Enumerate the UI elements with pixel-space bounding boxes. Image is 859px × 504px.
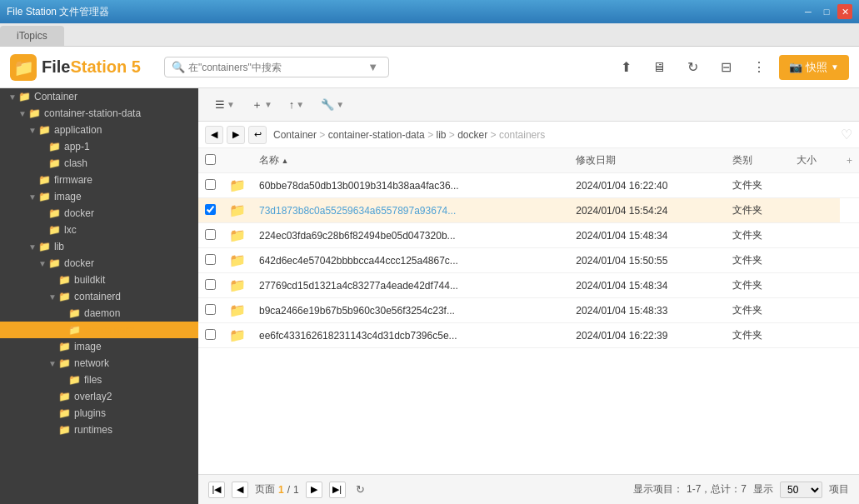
move-button[interactable]: ↑ ▼ xyxy=(282,95,311,114)
row-checkbox[interactable] xyxy=(205,304,216,315)
tab-itopic[interactable]: iTopics xyxy=(0,26,64,46)
next-page-button[interactable]: ▶ xyxy=(306,482,322,498)
close-button[interactable]: ✕ xyxy=(837,4,852,19)
tree-arrow: ▼ xyxy=(37,259,48,268)
favorite-button[interactable]: ♡ xyxy=(841,127,852,142)
tree-arrow: ▼ xyxy=(27,126,38,135)
folder-icon: 📁 xyxy=(58,391,71,402)
sidebar-item-app-1[interactable]: 📁app-1 xyxy=(0,138,198,155)
file-date: 2024/01/04 15:48:34 xyxy=(569,273,726,298)
col-type[interactable]: 类别 xyxy=(726,148,790,173)
breadcrumb-bar: ◀ ▶ ↩ Container > container-station-data… xyxy=(198,122,859,148)
table-row[interactable]: 📁ee6fc433162618231143c4d31dcb7396c5e...2… xyxy=(198,323,859,348)
sidebar-item-lxc[interactable]: 📁lxc xyxy=(0,222,198,238)
filter-button[interactable]: ⊟ xyxy=(712,54,739,81)
row-checkbox[interactable] xyxy=(205,329,216,340)
select-all-checkbox[interactable] xyxy=(205,154,216,165)
breadcrumb-item[interactable]: container-station-data xyxy=(328,129,425,141)
file-type: 文件夹 xyxy=(726,223,790,248)
sidebar-item-container-station-data[interactable]: ▼📁container-station-data xyxy=(0,105,198,122)
table-row[interactable]: 📁27769cd15d1321a4c83277a4eade42df744...2… xyxy=(198,273,859,298)
file-name[interactable]: 73d1873b8c0a55259634a6557897a93674... xyxy=(259,205,456,217)
sidebar-item-lib[interactable]: ▼📁lib xyxy=(0,238,198,255)
sidebar-item-firmware[interactable]: 📁firmware xyxy=(0,172,198,188)
breadcrumb-separator: > xyxy=(317,129,328,141)
logo-icon: 📁 xyxy=(10,54,37,81)
first-page-button[interactable]: |◀ xyxy=(208,482,225,498)
row-checkbox[interactable] xyxy=(205,254,216,265)
per-page-select[interactable]: 50 100 200 xyxy=(780,482,822,498)
table-row[interactable]: 📁642d6ec4e57042bbbbcca44ccc125a4867c...2… xyxy=(198,248,859,273)
screenshot-button[interactable]: 🖥 xyxy=(646,54,672,81)
tree-label: docker xyxy=(64,257,94,269)
folder-icon: 📁 xyxy=(38,241,51,252)
sidebar-item-files[interactable]: 📁files xyxy=(0,372,198,388)
folder-icon: 📁 xyxy=(58,341,71,352)
table-row[interactable]: 📁60bbe78da50db13b0019b314b38aa4fac36...2… xyxy=(198,173,859,198)
tree-label: runtimes xyxy=(74,424,112,436)
quick-access-button[interactable]: 📷 快照 ▼ xyxy=(779,55,849,80)
sidebar-item-application[interactable]: ▼📁application xyxy=(0,122,198,138)
row-checkbox[interactable] xyxy=(205,279,216,290)
tools-button[interactable]: 🔧 ▼ xyxy=(314,95,351,114)
sidebar-item-clash[interactable]: 📁clash xyxy=(0,155,198,172)
tree-label: network xyxy=(74,357,109,369)
table-row[interactable]: 📁224ec03fda69c28b6f82494be05d047320b...2… xyxy=(198,223,859,248)
window-controls: ─ □ ✕ xyxy=(801,4,852,19)
minimize-button[interactable]: ─ xyxy=(801,4,816,19)
refresh-button[interactable]: ↻ xyxy=(679,54,706,81)
tree-label: lxc xyxy=(64,224,77,236)
back-button[interactable]: ◀ xyxy=(205,126,223,144)
breadcrumb-item[interactable]: lib xyxy=(436,129,446,141)
file-date: 2024/01/04 15:48:34 xyxy=(569,223,726,248)
row-checkbox[interactable] xyxy=(205,229,216,240)
create-button[interactable]: ＋ ▼ xyxy=(245,94,279,116)
tree-label: docker xyxy=(64,207,94,219)
col-date[interactable]: 修改日期 xyxy=(569,148,726,173)
search-dropdown-button[interactable]: ▼ xyxy=(364,61,382,73)
table-refresh-button[interactable]: ↻ xyxy=(352,482,369,498)
sidebar-item-overlay2[interactable]: 📁overlay2 xyxy=(0,388,198,405)
breadcrumb-item[interactable]: Container xyxy=(273,129,317,141)
sidebar-item-image2[interactable]: 📁image xyxy=(0,338,198,355)
forward-button[interactable]: ▶ xyxy=(227,126,245,144)
view-toggle-button[interactable]: ☰ ▼ xyxy=(208,95,242,114)
breadcrumb-item[interactable]: docker xyxy=(457,129,487,141)
sidebar-item-docker[interactable]: ▼📁docker xyxy=(0,255,198,272)
maximize-button[interactable]: □ xyxy=(819,4,834,19)
sidebar-item-daemon[interactable]: 📁daemon xyxy=(0,305,198,322)
upload-icon: ↑ xyxy=(289,98,295,111)
breadcrumb-separator: > xyxy=(487,129,499,141)
col-name[interactable]: 名称 xyxy=(252,148,569,173)
table-row[interactable]: 📁b9ca2466e19b67b5b960c30e56f3254c23f...2… xyxy=(198,298,859,323)
sidebar-item-docker2[interactable]: 📁docker xyxy=(0,205,198,222)
sidebar-item-buildkit[interactable]: 📁buildkit xyxy=(0,272,198,288)
tree-label: lib xyxy=(54,241,64,252)
up-button[interactable]: ↩ xyxy=(248,126,267,144)
file-name: b9ca2466e19b67b5b960c30e56f3254c23f... xyxy=(252,298,569,323)
upload-button[interactable]: ⬆ xyxy=(612,54,639,81)
sidebar-item-network[interactable]: ▼📁network xyxy=(0,355,198,372)
prev-page-button[interactable]: ◀ xyxy=(232,482,248,498)
row-checkbox[interactable] xyxy=(205,179,216,190)
sidebar-item-image[interactable]: ▼📁image xyxy=(0,188,198,205)
add-icon: ＋ xyxy=(252,97,262,112)
sidebar-item-plugins[interactable]: 📁plugins xyxy=(0,405,198,422)
search-box[interactable]: 🔍 ▼ xyxy=(164,57,389,77)
search-input[interactable] xyxy=(188,62,364,73)
display-info: 显示项目： 1-7，总计：7 xyxy=(633,482,747,497)
page-total: 1 xyxy=(293,484,299,496)
page-sep: / xyxy=(287,484,290,496)
sidebar-item-runtimes[interactable]: 📁runtimes xyxy=(0,422,198,438)
table-row[interactable]: 📁73d1873b8c0a55259634a6557897a93674...20… xyxy=(198,198,859,223)
add-col[interactable]: + xyxy=(840,148,859,173)
more-button[interactable]: ⋮ xyxy=(746,54,772,81)
tree-label: image xyxy=(74,341,102,352)
last-page-button[interactable]: ▶| xyxy=(329,482,346,498)
sidebar-item-containers[interactable]: 📁containers xyxy=(0,322,198,338)
page-label: 页面 xyxy=(255,482,275,497)
col-size[interactable]: 大小 xyxy=(790,148,840,173)
row-checkbox[interactable] xyxy=(205,204,216,215)
sidebar-item-containerd[interactable]: ▼📁containerd xyxy=(0,288,198,305)
sidebar-item-container[interactable]: ▼📁Container xyxy=(0,88,198,105)
